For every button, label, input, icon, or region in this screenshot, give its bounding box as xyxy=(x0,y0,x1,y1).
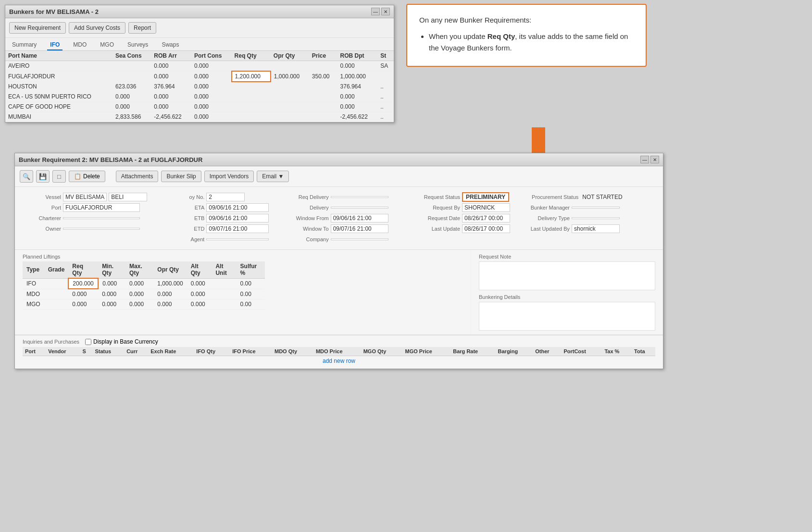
cell-port: ECA - US 50NM PUERTO RICO xyxy=(5,92,112,102)
req-close-button[interactable]: ✕ xyxy=(650,156,659,163)
minimize-button[interactable]: — xyxy=(371,8,380,15)
cell-price xyxy=(309,82,337,92)
tab-mgo[interactable]: MGO xyxy=(97,40,117,50)
import-vendors-button[interactable]: Import Vendors xyxy=(204,171,254,182)
table-row[interactable]: IFO 200.000 0.000 0.000 1,000.000 0.000 … xyxy=(23,278,265,289)
close-button[interactable]: ✕ xyxy=(381,8,390,15)
col-port-name: Port Name xyxy=(5,51,112,61)
tab-swaps[interactable]: Swaps xyxy=(159,40,182,50)
cell-rob-arr: -2,456.622 xyxy=(151,112,191,122)
charterer-label: Charterer xyxy=(23,215,61,221)
owner-row: Owner xyxy=(23,223,176,234)
new-requirement-button[interactable]: New Requirement xyxy=(9,22,66,34)
requirement-window: Bunker Requirement 2: MV BELISAMA - 2 at… xyxy=(14,153,663,369)
table-row[interactable]: ECA - US 50NM PUERTO RICO 0.000 0.000 0.… xyxy=(5,92,394,102)
cell-price: 350.00 xyxy=(309,71,337,82)
delivery-type-label: Delivery Type xyxy=(517,215,570,221)
request-status-label: Request Status xyxy=(407,194,460,200)
cell-rob-arr: 376.964 xyxy=(151,82,191,92)
eta-row: ETA 09/06/16 21:00 xyxy=(178,202,284,213)
tab-summary[interactable]: Summary xyxy=(9,40,39,50)
tab-surveys[interactable]: Surveys xyxy=(125,40,151,50)
form-mid1: oy No. 2 ETA 09/06/16 21:00 ETB 09/06/16… xyxy=(178,192,284,245)
cell-st: .. xyxy=(377,82,394,92)
inquiries-section: Inquiries and Purchases Display in Base … xyxy=(15,335,663,369)
window-to-label: Window To xyxy=(286,226,329,232)
bunkering-details-input[interactable] xyxy=(479,302,655,331)
cell-rob-dpt: 0.000 xyxy=(337,102,378,112)
cell-port: HOUSTON xyxy=(5,82,112,92)
delete-button[interactable]: 📋 Delete xyxy=(69,171,105,182)
voyno-label: oy No. xyxy=(178,194,204,200)
search-button[interactable]: 🔍 xyxy=(20,170,33,183)
bunker-slip-button[interactable]: Bunker Slip xyxy=(161,171,201,182)
req-window-controls: — ✕ xyxy=(640,156,659,163)
cell-rob-arr: 0.000 xyxy=(151,92,191,102)
voyno-value: 2 xyxy=(206,193,245,201)
cell-type: IFO xyxy=(23,278,44,289)
display-currency-label: Display in Base Currency xyxy=(93,338,158,345)
eta-value: 09/06/16 21:00 xyxy=(206,203,269,212)
cell-grade xyxy=(44,289,69,299)
cell-alt-unit xyxy=(212,289,236,299)
planned-table: Type Grade Req Qty Min. Qty Max. Qty Opr… xyxy=(23,261,265,309)
table-row[interactable]: MUMBAI 2,833.586 -2,456.622 0.000 -2,456… xyxy=(5,112,394,122)
window-to-row: Window To 09/07/16 21:00 xyxy=(286,223,406,234)
report-button[interactable]: Report xyxy=(128,22,156,34)
col-price: Price xyxy=(309,51,337,61)
request-date-label: Request Date xyxy=(407,215,460,221)
table-row[interactable]: AVEIRO 0.000 0.000 0.000 SA xyxy=(5,61,394,71)
cell-req-qty xyxy=(232,82,271,92)
etb-row: ETB 09/06/16 21:00 xyxy=(178,213,284,223)
table-row[interactable]: CAPE OF GOOD HOPE 0.000 0.000 0.000 0.00… xyxy=(5,102,394,112)
request-status-row: Request Status PRELIMINARY Procurement S… xyxy=(407,192,638,202)
cell-port-cons: 0.000 xyxy=(191,92,232,102)
status-badge: PRELIMINARY xyxy=(462,192,509,202)
port-row: Port FUGLAFJORDUR xyxy=(23,202,176,213)
col-req-qty: Req Qty xyxy=(232,51,271,61)
col-header: Tax % xyxy=(602,347,632,356)
attachments-button[interactable]: Attachments xyxy=(116,171,159,182)
copy-button[interactable]: □ xyxy=(52,170,66,183)
window-controls: — ✕ xyxy=(371,8,390,15)
table-row[interactable]: HOUSTON 623.036 376.964 0.000 376.964 .. xyxy=(5,82,394,92)
cell-max-qty: 0.000 xyxy=(125,289,153,299)
cell-req-qty xyxy=(232,92,271,102)
cell-port: AVEIRO xyxy=(5,61,112,71)
form-area: Vessel MV BELISAMA BELI Port FUGLAFJORDU… xyxy=(15,187,663,250)
tab-mdo[interactable]: MDO xyxy=(70,40,89,50)
window-from-value: 09/06/16 21:00 xyxy=(331,214,388,223)
email-button[interactable]: Email ▼ xyxy=(257,171,289,182)
cell-req-qty: 200.000 xyxy=(68,278,98,289)
table-row[interactable]: MGO 0.000 0.000 0.000 0.000 0.000 0.00 xyxy=(23,299,265,309)
requirement-title: Bunker Requirement 2: MV BELISAMA - 2 at… xyxy=(19,156,202,163)
table-row[interactable]: FUGLAFJORDUR 0.000 0.000 1,200.000 1,000… xyxy=(5,71,394,82)
col-grade: Grade xyxy=(44,261,69,278)
vessel-label: Vessel xyxy=(23,194,61,200)
display-currency-checkbox[interactable] xyxy=(85,339,91,345)
tooltip-heading: On any new Bunker Requirements: xyxy=(419,14,634,26)
request-note-input[interactable] xyxy=(479,261,655,290)
voyno-row: oy No. 2 xyxy=(178,192,284,202)
req-minimize-button[interactable]: — xyxy=(640,156,649,163)
request-date-value: 08/26/17 00:00 xyxy=(462,214,510,223)
tab-ifo[interactable]: IFO xyxy=(47,40,62,50)
col-header: Exch Rate xyxy=(148,347,194,356)
add-new-row[interactable]: add new row xyxy=(320,356,358,366)
save-button[interactable]: 💾 xyxy=(36,170,50,183)
col-header: Curr xyxy=(124,347,148,356)
col-header: MGO Price xyxy=(403,347,451,356)
table-row[interactable]: MDO 0.000 0.000 0.000 0.000 0.000 0.00 xyxy=(23,289,265,299)
bunkering-details-label: Bunkering Details xyxy=(479,294,655,300)
cell-max-qty: 0.000 xyxy=(125,278,153,289)
add-survey-costs-button[interactable]: Add Survey Costs xyxy=(69,22,125,34)
cell-port-cons: 0.000 xyxy=(191,61,232,71)
cell-req-qty: 0.000 xyxy=(68,289,98,299)
etb-value: 09/06/16 21:00 xyxy=(206,214,269,223)
col-max-qty: Max. Qty xyxy=(125,261,153,278)
request-by-value: SHORNICK xyxy=(462,203,510,212)
cell-st: SA xyxy=(377,61,394,71)
cell-port-cons: 0.000 xyxy=(191,112,232,122)
cell-rob-arr: 0.000 xyxy=(151,61,191,71)
agent-row: Agent xyxy=(178,234,284,245)
